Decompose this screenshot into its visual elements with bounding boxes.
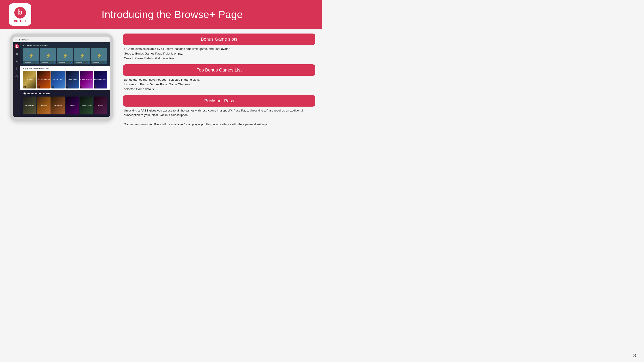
slot-label-2: Choose game — [41, 62, 48, 63]
right-panel: Bonus Game slots 5 Game slots selectable… — [123, 33, 315, 177]
slot-avatar-icon-1: 👤 — [36, 62, 38, 63]
sidebar-star-icon[interactable] — [14, 59, 19, 64]
logo-text: Blacknut — [14, 19, 26, 23]
svg-marker-4 — [16, 52, 18, 55]
game-badge-kingdom: ⚡ — [94, 86, 96, 88]
svg-marker-10 — [23, 92, 26, 95]
top-bonus-games-body: Bonus games that have not been selected … — [123, 77, 315, 92]
slot-item-4[interactable]: ⚡ Choose game 👤 — [74, 48, 90, 64]
logo-box: b Blacknut — [9, 3, 31, 26]
pub-game-plague[interactable]: A PLAGUE TALE — [23, 96, 36, 114]
game-tile-big[interactable]: THE BIG THING ⚡ — [51, 71, 64, 88]
publisher-pass-block: Publisher Pass Unlocking a PASS gives yo… — [123, 95, 315, 127]
game-tile-kingdom[interactable]: KINGDOM HEARTS ⚡ — [94, 71, 107, 88]
top-games-row: THE SURGE ⚡ ALIENS FIRETEAM ⚡ THE BIG TH… — [23, 71, 107, 88]
sidebar-avatar[interactable] — [14, 44, 19, 48]
tablet-screen: ← Browse+ — [13, 37, 110, 117]
slot-avatar-icon-2: 👤 — [54, 62, 56, 63]
lightning-icon-4: ⚡ — [80, 53, 84, 58]
game-tile-skull[interactable]: Skull & Bones ⚡ — [66, 71, 79, 88]
top-games-section: Top Bonus Games to discover THE SURGE ⚡ … — [20, 66, 110, 90]
slot-label-4: Choose game — [75, 62, 82, 63]
back-arrow-icon[interactable]: ← — [15, 38, 18, 41]
header: b Blacknut Introducing the Browse+ Page — [0, 0, 322, 29]
lightning-icon-3: ⚡ — [62, 53, 68, 58]
tablet-container: ← Browse+ — [7, 33, 116, 177]
publisher-games-row: A PLAGUE TALE THE SURGE THE SURGE 2 VAMP… — [23, 96, 107, 114]
top-bonus-games-block: Top Bonus Games List Bonus games that ha… — [123, 64, 315, 92]
sidebar-home-icon[interactable] — [14, 51, 19, 56]
svg-marker-5 — [16, 60, 18, 62]
sidebar — [13, 42, 20, 117]
slot-item-2[interactable]: ⚡ Choose game 👤 — [40, 48, 56, 64]
publisher-pass-header: Publisher Pass — [123, 95, 315, 107]
header-title: Introducing the Browse+ Page — [31, 8, 313, 20]
slot-item-1[interactable]: ⚡ Choose game 👤 — [23, 48, 39, 64]
lightning-icon-1: ⚡ — [28, 53, 34, 58]
pub-game-thercide[interactable]: THERCIDE — [94, 96, 107, 114]
game-tile-aliens[interactable]: ALIENS FIRETEAM ⚡ — [37, 71, 50, 88]
lightning-icon-5: ⚡ — [96, 53, 102, 58]
browser-bar: ← Browse+ — [13, 37, 110, 42]
lightning-icon-2: ⚡ — [46, 53, 50, 58]
slots-row: ⚡ Choose game 👤 ⚡ Choose game — [23, 48, 107, 64]
bonus-game-slots-body: 5 Game slots selectable by all users: in… — [123, 47, 315, 61]
slot-avatar-icon-5: 👤 — [104, 62, 106, 63]
bonus-game-slots-header: Bonus Game slots — [123, 33, 315, 45]
svg-line-9 — [17, 77, 18, 78]
slot-avatar-icon-4: 👤 — [88, 62, 90, 63]
pub-game-vampyr[interactable]: VAMPYR — [66, 96, 79, 114]
game-badge-surge: ⚡ — [24, 86, 26, 88]
publisher-pass-body: Unlocking a PASS gives you access to all… — [123, 108, 315, 127]
tablet-mockup: ← Browse+ — [10, 33, 113, 121]
publisher-logo: FOCUS ENTERTAINMENT — [23, 92, 107, 95]
slot-label-1: Choose game — [24, 62, 31, 63]
svg-text:b: b — [18, 8, 22, 16]
slot-label-5: Choose game — [92, 62, 99, 63]
svg-point-3 — [16, 46, 18, 48]
app-layout: Your Bonus Game shared slots ⚡ Choose ga… — [13, 42, 110, 117]
svg-point-8 — [16, 75, 18, 77]
blacknut-logo-icon: b — [14, 6, 26, 19]
pub-game-cthulhu[interactable]: CALL OF CTHULHU — [80, 96, 93, 114]
game-tile-surge[interactable]: THE SURGE ⚡ — [23, 71, 36, 88]
pub-game-surge2[interactable]: THE SURGE 2 — [51, 96, 64, 114]
publisher-name: FOCUS ENTERTAINMENT — [27, 92, 52, 95]
publisher-section: FOCUS ENTERTAINMENT A PLAGUE TALE THE SU… — [20, 90, 110, 117]
sidebar-search-icon[interactable] — [14, 74, 19, 79]
slot-item-3[interactable]: ⚡ Choose game 👤 — [57, 48, 73, 64]
svg-rect-7 — [16, 69, 18, 69]
focus-entertainment-icon — [23, 92, 26, 95]
sidebar-plus-icon[interactable] — [14, 66, 19, 71]
slot-item-5[interactable]: ⚡ Choose game 👤 — [91, 48, 107, 64]
game-tile-rangers[interactable]: POWER RANGERS ⚡ — [80, 71, 93, 88]
svg-point-2 — [16, 45, 18, 46]
game-badge-rangers: ⚡ — [80, 86, 82, 88]
game-badge-aliens: ⚡ — [38, 86, 40, 88]
game-badge-skull: ⚡ — [66, 86, 68, 88]
bonus-game-slots-block: Bonus Game slots 5 Game slots selectable… — [123, 33, 315, 61]
slot-avatar-icon-3: 👤 — [70, 62, 72, 63]
bonus-slots-section: Your Bonus Game shared slots ⚡ Choose ga… — [20, 42, 110, 66]
top-games-title: Top Bonus Games to discover — [23, 67, 107, 69]
content-area: Your Bonus Game shared slots ⚡ Choose ga… — [20, 42, 110, 117]
pub-game-surge[interactable]: THE SURGE — [37, 96, 50, 114]
bonus-slots-title: Your Bonus Game shared slots — [23, 44, 107, 46]
game-badge-big: ⚡ — [52, 86, 54, 88]
top-bonus-games-header: Top Bonus Games List — [123, 64, 315, 76]
slot-label-3: Choose game — [58, 62, 65, 63]
main-content: ← Browse+ — [0, 29, 322, 181]
browser-title: Browse+ — [19, 38, 28, 41]
